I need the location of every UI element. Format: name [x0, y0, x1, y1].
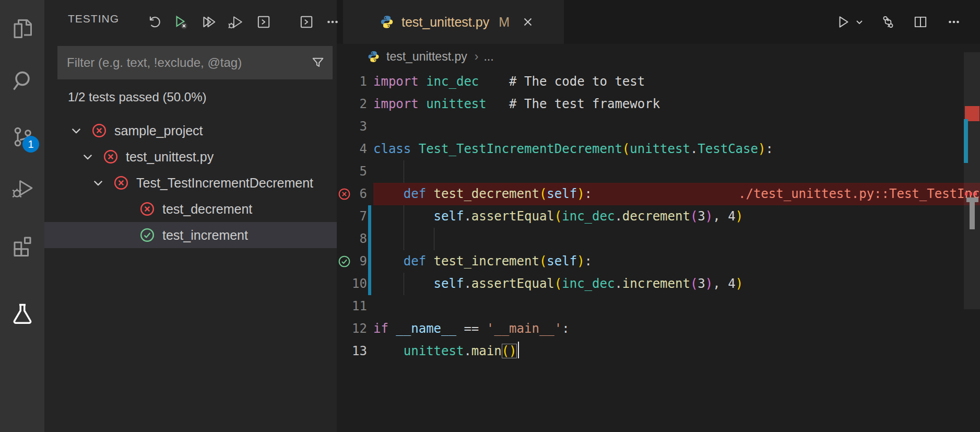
- test-tree-item-test_decrement[interactable]: test_decrement: [44, 196, 337, 222]
- line-content[interactable]: [373, 160, 980, 183]
- line-content[interactable]: if __name__ == '__main__':: [373, 318, 980, 340]
- gutter-test-pass-icon[interactable]: [337, 250, 351, 273]
- gutter-mod-space: [367, 160, 373, 183]
- line-content[interactable]: [373, 115, 980, 138]
- panel-title: TESTING: [68, 13, 119, 25]
- line-content[interactable]: def test_decrement(self):./test_unittest…: [373, 183, 980, 205]
- test-tree-item-sample_project[interactable]: sample_project: [44, 118, 337, 144]
- test-tree-label: sample_project: [114, 123, 203, 138]
- test-filter-box: [57, 46, 333, 79]
- minimap-scrollbar[interactable]: [964, 52, 980, 309]
- text-cursor: [518, 342, 519, 358]
- line-number: 7: [351, 205, 367, 228]
- line-number: 12: [351, 318, 367, 340]
- code-line-7[interactable]: 7 self.assertEqual(inc_dec.decrement(3),…: [337, 205, 980, 228]
- activity-item-search[interactable]: [0, 64, 44, 98]
- gutter-space: [337, 228, 351, 250]
- gutter-space: [337, 318, 351, 340]
- line-content[interactable]: class Test_TestIncrementDecrement(unitte…: [373, 138, 980, 160]
- line-content[interactable]: import inc_dec # The code to test: [373, 71, 980, 93]
- modified-line-indicator: [367, 228, 373, 250]
- chevron-down-icon[interactable]: [81, 150, 95, 164]
- breadcrumb-symbol[interactable]: ...: [483, 50, 493, 64]
- test-tree-item-Test_TestIncrementDecrement[interactable]: Test_TestIncrementDecrement: [44, 170, 337, 196]
- code-text: def test_increment(self):: [373, 250, 980, 273]
- line-content[interactable]: [373, 295, 980, 318]
- gutter-space: [337, 340, 351, 363]
- code-line-11[interactable]: 11: [337, 295, 980, 318]
- indent-guide: [404, 160, 404, 183]
- gutter-space: [337, 160, 351, 183]
- tab-test-unittest[interactable]: test_unittest.py M: [343, 0, 564, 44]
- line-content[interactable]: def test_increment(self):: [373, 250, 980, 273]
- test-filter-input[interactable]: [57, 46, 333, 79]
- breadcrumb-file[interactable]: test_unittest.py: [386, 50, 467, 64]
- line-content[interactable]: import unittest # The test framework: [373, 93, 980, 115]
- code-line-8[interactable]: 8: [337, 228, 980, 250]
- more-actions-icon[interactable]: [946, 14, 962, 30]
- line-number: 3: [351, 115, 367, 138]
- code-text: self.assertEqual(inc_dec.decrement(3), 4…: [373, 205, 980, 228]
- code-line-12[interactable]: 12if __name__ == '__main__':: [337, 318, 980, 340]
- line-content[interactable]: [373, 228, 980, 250]
- activity-item-extensions[interactable]: [0, 229, 44, 262]
- tab-label: test_unittest.py: [402, 15, 489, 30]
- activity-item-run-and-debug[interactable]: [0, 171, 44, 205]
- modified-line-indicator: [367, 205, 373, 228]
- run-dropdown-icon[interactable]: [854, 17, 865, 27]
- code-line-1[interactable]: 1import inc_dec # The code to test: [337, 71, 980, 93]
- close-icon[interactable]: [521, 15, 535, 29]
- code-text: class Test_TestIncrementDecrement(unitte…: [373, 138, 980, 160]
- gutter-mod-space: [367, 318, 373, 340]
- show-output-icon[interactable]: [256, 14, 271, 30]
- test-pass-summary: 1/2 tests passed (50.0%): [68, 90, 206, 104]
- split-editor-icon[interactable]: [913, 14, 928, 30]
- gutter-space: [337, 205, 351, 228]
- gutter-test-fail-icon[interactable]: [337, 183, 351, 205]
- line-number: 6: [351, 183, 367, 205]
- line-content[interactable]: self.assertEqual(inc_dec.decrement(3), 4…: [373, 205, 980, 228]
- code-line-3[interactable]: 3: [337, 115, 980, 138]
- code-area[interactable]: 1import inc_dec # The code to test2impor…: [337, 69, 980, 363]
- code-line-2[interactable]: 2import unittest # The test framework: [337, 93, 980, 115]
- modified-line-indicator: [367, 273, 373, 295]
- chevron-down-icon[interactable]: [91, 176, 105, 190]
- test-status-fail-icon: [91, 123, 107, 138]
- code-line-9[interactable]: 9 def test_increment(self):: [337, 250, 980, 273]
- debug-all-tests-icon[interactable]: [227, 14, 243, 30]
- chevron-down-icon[interactable]: [69, 124, 83, 137]
- code-line-5[interactable]: 5: [337, 160, 980, 183]
- code-line-4[interactable]: 4class Test_TestIncrementDecrement(unitt…: [337, 138, 980, 160]
- gutter-mod-space: [367, 183, 373, 205]
- gutter-mod-space: [367, 340, 373, 363]
- line-content[interactable]: unittest.main(): [373, 340, 980, 363]
- code-line-10[interactable]: 10 self.assertEqual(inc_dec.increment(3)…: [337, 273, 980, 295]
- open-panel-icon[interactable]: [299, 14, 314, 30]
- gutter-mod-space: [367, 115, 373, 138]
- test-error-message: ./test_unittest.py::Test_TestIncrementDe…: [738, 183, 980, 205]
- activity-item-testing[interactable]: [0, 297, 44, 330]
- test-tree: sample_projecttest_unittest.pyTest_TestI…: [44, 118, 337, 248]
- open-changes-icon[interactable]: [880, 14, 896, 30]
- line-content[interactable]: self.assertEqual(inc_dec.increment(3), 4…: [373, 273, 980, 295]
- refresh-tests-icon[interactable]: [147, 14, 163, 30]
- activity-item-explorer[interactable]: [0, 12, 44, 45]
- run-all-tests-icon[interactable]: [201, 14, 217, 30]
- gutter-space: [337, 295, 351, 318]
- gutter-mod-space: [367, 295, 373, 318]
- code-line-6[interactable]: 6 def test_decrement(self):./test_unitte…: [337, 183, 980, 205]
- gutter-mod-space: [367, 93, 373, 115]
- code-line-13[interactable]: 13 unittest.main(): [337, 340, 980, 363]
- activity-item-source-control[interactable]: 1: [0, 120, 44, 154]
- code-text: self.assertEqual(inc_dec.increment(3), 4…: [373, 273, 980, 295]
- indent-guide: [404, 205, 404, 228]
- more-actions-icon[interactable]: [325, 14, 340, 30]
- filter-funnel-icon[interactable]: [311, 55, 325, 70]
- gutter-mod-space: [367, 138, 373, 160]
- indent-guide: [434, 228, 434, 250]
- rerun-failed-tests-icon[interactable]: [173, 14, 188, 30]
- run-file-icon[interactable]: [835, 14, 851, 30]
- activity-bar: 1: [0, 0, 44, 432]
- test-tree-item-test_unittest.py[interactable]: test_unittest.py: [44, 144, 337, 170]
- test-tree-item-test_increment[interactable]: test_increment: [44, 222, 337, 248]
